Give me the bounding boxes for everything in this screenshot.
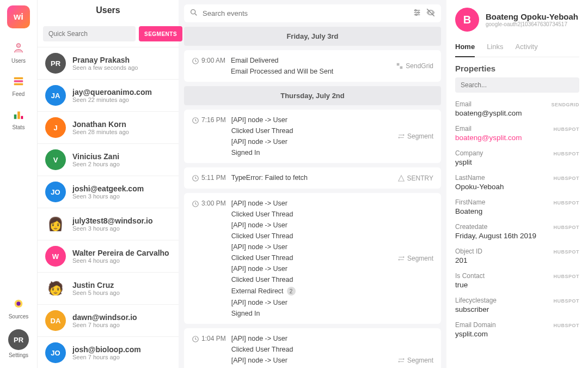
- event-line: [API] node -> User: [231, 138, 392, 146]
- user-avatar: JO: [45, 342, 66, 363]
- svg-rect-20: [400, 67, 403, 69]
- rail-item-feed[interactable]: Feed: [0, 69, 37, 101]
- rail-label: Feed: [13, 91, 25, 97]
- event-lines: TypeError: Failed to fetch: [231, 174, 392, 182]
- event-line: External Redirect2: [231, 287, 392, 295]
- svg-rect-5: [17, 112, 20, 119]
- property-value: Opoku-Yeboah: [455, 183, 579, 191]
- user-row[interactable]: 🧑Justin CruzSeen 5 hours ago: [38, 272, 179, 304]
- segments-button[interactable]: SEGMENTS: [139, 26, 182, 41]
- property-row: LifecyclestageHUBSPOTsubscriber: [455, 297, 579, 313]
- event-line: Clicked User Thread: [231, 276, 392, 283]
- event-line: [API] node -> User: [231, 299, 392, 306]
- date-header: Thursday, July 2nd: [184, 86, 441, 105]
- user-row[interactable]: JAjay@queroanimo.comSeen 22 minutes ago: [38, 79, 179, 111]
- users-search-input[interactable]: [43, 26, 136, 41]
- svg-rect-3: [14, 83, 23, 86]
- user-seen: Seen 22 minutes ago: [72, 96, 152, 103]
- rail-item-sources[interactable]: Sources: [0, 292, 37, 324]
- svg-rect-1: [14, 77, 23, 80]
- user-seen: Seen 7 hours ago: [72, 354, 141, 360]
- event-line: [API] node -> User: [231, 200, 392, 207]
- user-avatar: V: [45, 149, 66, 170]
- app-logo[interactable]: wi: [7, 5, 30, 28]
- svg-point-9: [191, 10, 195, 14]
- properties-search-input[interactable]: [455, 77, 579, 93]
- tab-activity[interactable]: Activity: [515, 39, 537, 57]
- property-value: true: [455, 281, 579, 289]
- event-line: Clicked User Thread: [231, 346, 392, 353]
- event-line: Clicked User Thread: [231, 232, 392, 240]
- property-source: HUBSPOT: [553, 225, 579, 230]
- event-line: Signed In: [231, 310, 392, 317]
- event-time: 9:00 AM: [192, 57, 225, 75]
- filter-icon[interactable]: [413, 8, 421, 19]
- user-row[interactable]: JOjosh@bioloop.comSeen 7 hours ago: [38, 336, 179, 368]
- property-source: HUBSPOT: [553, 298, 579, 304]
- user-row[interactable]: WWalter Pereira de CarvalhoSeen 4 hours …: [38, 240, 179, 272]
- tab-links[interactable]: Links: [487, 39, 503, 57]
- user-list: PRPranay PrakashSeen a few seconds agoJA…: [38, 47, 179, 368]
- properties-title: Properties: [455, 64, 579, 73]
- property-value: boateng@ysplit.com: [455, 134, 579, 142]
- property-row: Email DomainHUBSPOTysplit.com: [455, 321, 579, 338]
- feed-icon: [11, 74, 26, 89]
- property-source: HUBSPOT: [553, 176, 579, 181]
- property-row: Is ContactHUBSPOTtrue: [455, 272, 579, 289]
- event-card[interactable]: 1:04 PM[API] node -> UserClicked User Th…: [184, 328, 441, 368]
- event-card[interactable]: 7:16 PM[API] node -> UserClicked User Th…: [184, 110, 441, 163]
- user-avatar: W: [45, 246, 66, 267]
- user-name: dawn@windsor.io: [72, 313, 137, 322]
- svg-point-23: [399, 137, 400, 138]
- user-row[interactable]: VVinicius ZaniSeen 2 hours ago: [38, 143, 179, 176]
- date-header: Friday, July 3rd: [184, 27, 441, 46]
- events-search-input[interactable]: [203, 9, 408, 17]
- user-avatar: PR: [45, 53, 66, 74]
- events-panel: Friday, July 3rd9:00 AMEmail DeliveredEm…: [179, 0, 446, 368]
- user-name: Vinicius Zani: [72, 152, 120, 161]
- svg-point-14: [415, 10, 416, 11]
- sources-icon: [11, 296, 26, 311]
- user-row[interactable]: DAdawn@windsor.ioSeen 7 hours ago: [38, 304, 179, 336]
- users-title: Users: [45, 5, 171, 15]
- tab-home[interactable]: Home: [455, 39, 475, 57]
- rail-item-settings[interactable]: PR Settings: [0, 325, 37, 363]
- events-search-bar: [184, 4, 441, 22]
- user-name: july3test8@windsor.io: [72, 216, 152, 225]
- user-avatar: J: [45, 117, 66, 138]
- user-name: Jonathan Korn: [72, 120, 129, 129]
- user-row[interactable]: JJonathan KornSeen 28 minutes ago: [38, 111, 179, 143]
- profile-avatar: B: [455, 8, 479, 32]
- property-value: ysplit.com: [455, 330, 579, 338]
- property-label: Is Contact: [455, 272, 485, 280]
- svg-point-30: [399, 361, 400, 362]
- event-line: [API] node -> User: [231, 265, 392, 273]
- user-seen: Seen 7 hours ago: [72, 322, 137, 328]
- svg-rect-19: [397, 63, 400, 66]
- user-seen: Seen 3 hours ago: [72, 225, 152, 232]
- rail-item-stats[interactable]: Stats: [0, 102, 37, 135]
- visibility-off-icon[interactable]: [426, 8, 436, 19]
- event-lines: [API] node -> UserClicked User Thread[AP…: [231, 200, 392, 317]
- user-seen: Seen 3 hours ago: [72, 193, 144, 200]
- event-card[interactable]: 9:00 AMEmail DeliveredEmail Processed an…: [184, 50, 441, 82]
- user-row[interactable]: 👩july3test8@windsor.ioSeen 3 hours ago: [38, 208, 179, 240]
- event-source: Segment: [397, 200, 433, 317]
- svg-point-27: [399, 259, 400, 260]
- user-avatar: JO: [45, 182, 66, 202]
- user-row[interactable]: PRPranay PrakashSeen a few seconds ago: [38, 47, 179, 79]
- rail-item-users[interactable]: Users: [0, 36, 37, 68]
- user-row[interactable]: JOjoshi@eatgeek.comSeen 3 hours ago: [38, 176, 179, 208]
- event-lines: [API] node -> UserClicked User Thread[AP…: [231, 335, 392, 368]
- event-time: 5:11 PM: [192, 174, 226, 182]
- event-card[interactable]: 5:11 PMTypeError: Failed to fetchSENTRY: [184, 167, 441, 189]
- event-card[interactable]: 3:00 PM[API] node -> UserClicked User Th…: [184, 193, 441, 324]
- event-line: Clicked User Thread: [231, 210, 392, 218]
- svg-point-29: [403, 359, 404, 360]
- count-badge: 2: [287, 287, 296, 295]
- event-time: 3:00 PM: [192, 200, 226, 317]
- property-row: EmailSENDGRIDboateng@ysplit.com: [455, 100, 579, 117]
- user-name: Pranay Prakash: [72, 56, 138, 64]
- stats-icon: [11, 107, 26, 122]
- user-name: Walter Pereira de Carvalho: [72, 249, 169, 257]
